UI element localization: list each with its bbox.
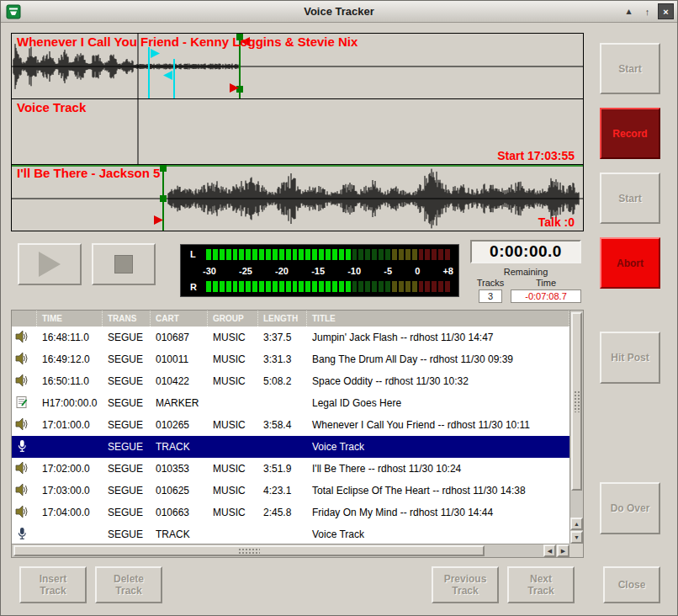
meter-segment [213,249,218,260]
meter-scale: -30-25-20-15-10-50+8 [203,263,453,278]
log-cell-time: 17:01:00.0 [37,419,103,431]
stop-icon [114,255,133,273]
log-header-title: TITLE [307,311,569,327]
abort-button[interactable]: Abort [600,237,660,289]
remaining-panel: Remaining Tracks 3 Time -0:07:08.7 [470,267,581,303]
log-row[interactable]: SEGUETRACKVoice Track [12,523,569,544]
meter-segment [319,281,324,292]
track-panel-1[interactable]: Whenever I Call You Friend - Kenny Loggi… [12,34,583,99]
log-cell-trans: SEGUE [103,441,151,453]
marker-icon [12,396,37,412]
scroll-up-icon[interactable]: ▲ [570,518,583,530]
meter-segment [246,281,251,292]
remaining-label: Remaining [470,267,581,277]
scroll-left-icon[interactable]: ◀ [543,544,556,557]
log-cell-title: Legal ID Goes Here [307,397,569,409]
log-row[interactable]: 17:03:00.0SEGUE010625MUSIC4:23.1Total Ec… [12,480,569,502]
log-table: TIMETRANSCARTGROUPLENGTHTITLE 16:48:11.0… [11,310,584,558]
meter-segment [332,281,337,292]
remaining-tracks-label: Tracks [470,278,511,288]
meter-segment [405,281,411,292]
meter-segment [206,249,211,260]
speaker-icon [12,330,37,346]
horizontal-scroll-thumb[interactable] [13,545,485,556]
log-row[interactable]: 17:02:00.0SEGUE010353MUSIC3:51.9I'll Be … [12,458,569,480]
previous-track-button[interactable]: Previous Track [432,566,499,603]
log-cell-cart: 010353 [151,463,208,475]
meter-segment [332,249,337,260]
insert-track-button[interactable]: Insert Track [19,566,87,603]
scroll-right-icon[interactable]: ▶ [557,544,569,557]
log-cell-group: MUSIC [208,485,258,497]
meter-segment [233,249,238,260]
meter-segment [305,249,310,260]
meter-segment [385,249,390,260]
meter-segment [326,281,331,292]
meter-segment [266,249,271,260]
log-row[interactable]: 17:04:00.0SEGUE010663MUSIC2:45.8Friday O… [12,502,569,523]
log-cell-cart: MARKER [151,397,208,409]
meter-segment [226,281,231,292]
meter-segment [305,281,310,292]
meter-segment [372,281,377,292]
meter-right-label: R [190,282,197,292]
log-cell-group: MUSIC [208,332,258,343]
track-annotation: Start 17:03:55 [497,149,575,162]
meter-segment [352,281,358,292]
meter-segment [286,281,291,292]
meter-segment [346,281,351,292]
meter-scale-label: -5 [384,266,392,276]
speaker-icon [12,505,37,521]
log-cell-title: Voice Track [307,441,569,453]
log-horizontal-scrollbar[interactable]: ◀ ▶ [12,544,569,557]
record-button[interactable]: Record [600,108,660,159]
log-cell-length: 4:23.1 [258,485,307,497]
meter-segment [312,281,317,292]
start-track2-button[interactable]: Start [600,173,660,224]
stop-button[interactable] [92,243,156,285]
delete-track-button[interactable]: Delete Track [95,566,162,603]
log-vertical-scrollbar[interactable]: ▲ ▼ [569,311,583,544]
log-cell-cart: TRACK [151,441,208,453]
meter-left-label: L [190,249,196,259]
scrollbar-corner [569,544,583,557]
meter-segment [379,249,384,260]
close-icon[interactable]: × [658,3,674,19]
speaker-icon [12,374,37,390]
mic-icon [12,439,37,455]
log-row[interactable]: SEGUETRACKVoice Track [12,436,569,458]
meter-segment [326,249,331,260]
track-panel-3[interactable]: I'll Be There - Jackson 5 Talk :0 [12,165,583,231]
log-row[interactable]: 16:48:11.0SEGUE010687MUSIC3:37.5Jumpin' … [12,327,569,348]
log-row[interactable]: 16:49:12.0SEGUE010011MUSIC3:31.3Bang The… [12,348,569,370]
log-row[interactable]: H17:00:00.0SEGUEMARKERLegal ID Goes Here [12,392,569,414]
log-cell-title: Bang The Drum All Day -- rdhost 11/30 09… [307,353,569,365]
track-panel-2[interactable]: Voice Track Start 17:03:55 [12,99,583,165]
log-cell-cart: 010687 [151,332,208,343]
log-cell-cart: 010422 [151,375,208,387]
log-header-trans: TRANS [103,311,151,327]
hit-post-button[interactable]: Hit Post [600,332,660,384]
shade-icon[interactable]: ▴ [621,3,637,19]
log-header-cart: CART [151,311,208,327]
meter-segment [358,281,363,292]
maximize-icon[interactable]: ↑ [639,3,655,19]
log-cell-time: 16:49:12.0 [37,353,103,365]
scroll-down-icon[interactable]: ▼ [570,531,583,544]
start-track1-button[interactable]: Start [600,43,660,94]
log-cell-title: Friday On My Mind -- rdhost 11/30 14:44 [307,507,569,518]
log-row[interactable]: 17:01:00.0SEGUE010265MUSIC3:58.4Whenever… [12,414,569,436]
track-annotation: Talk :0 [538,215,575,229]
log-row[interactable]: 16:50:11.0SEGUE010422MUSIC5:08.2Space Od… [12,370,569,392]
close-button[interactable]: Close [603,566,660,603]
play-button[interactable] [18,243,82,285]
meter-segment [339,249,344,260]
next-track-button[interactable]: Next Track [507,566,575,603]
log-cell-group: MUSIC [208,419,258,431]
vertical-scroll-thumb[interactable] [571,312,582,491]
log-cell-title: I'll Be There -- rdhost 11/30 10:24 [307,463,569,475]
do-over-button[interactable]: Do Over [600,482,660,534]
log-cell-group: MUSIC [208,375,258,387]
meter-segment [432,281,437,292]
titlebar[interactable]: Voice Tracker ▴ ↑ × [1,1,677,23]
